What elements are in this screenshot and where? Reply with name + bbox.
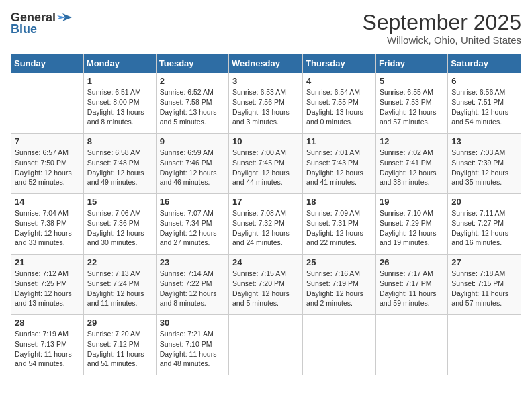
day-number: 26 [380, 257, 444, 267]
calendar-cell: 11 Sunrise: 7:01 AMSunset: 7:43 PMDaylig… [303, 134, 376, 194]
day-number: 22 [87, 257, 152, 267]
calendar-cell: 1 Sunrise: 6:51 AMSunset: 8:00 PMDayligh… [83, 73, 156, 134]
day-info: Sunrise: 7:11 AMSunset: 7:27 PMDaylight:… [451, 208, 517, 248]
day-info: Sunrise: 7:14 AMSunset: 7:22 PMDaylight:… [160, 269, 225, 308]
calendar-cell: 21 Sunrise: 7:12 AMSunset: 7:25 PMDaylig… [11, 255, 84, 315]
header-day-friday: Friday [375, 54, 447, 73]
month-title: September 2025 [362, 11, 521, 34]
day-info: Sunrise: 7:20 AMSunset: 7:12 PMDaylight:… [87, 329, 152, 369]
calendar-cell: 18 Sunrise: 7:09 AMSunset: 7:31 PMDaylig… [303, 194, 376, 255]
day-info: Sunrise: 6:58 AMSunset: 7:48 PMDaylight:… [87, 148, 152, 187]
calendar-cell [11, 73, 84, 134]
calendar-cell: 29 Sunrise: 7:20 AMSunset: 7:12 PMDaylig… [83, 315, 156, 375]
calendar-cell: 13 Sunrise: 7:03 AMSunset: 7:39 PMDaylig… [448, 134, 521, 194]
day-number: 28 [15, 318, 80, 328]
day-info: Sunrise: 7:18 AMSunset: 7:15 PMDaylight:… [451, 269, 517, 308]
day-info: Sunrise: 7:04 AMSunset: 7:38 PMDaylight:… [15, 208, 80, 248]
day-number: 13 [451, 136, 517, 146]
day-info: Sunrise: 7:13 AMSunset: 7:24 PMDaylight:… [87, 269, 152, 308]
day-info: Sunrise: 7:09 AMSunset: 7:31 PMDaylight:… [306, 208, 372, 248]
day-info: Sunrise: 7:19 AMSunset: 7:13 PMDaylight:… [15, 329, 80, 369]
day-number: 15 [87, 197, 152, 207]
day-number: 4 [306, 76, 372, 86]
header-day-tuesday: Tuesday [156, 54, 228, 73]
day-info: Sunrise: 7:06 AMSunset: 7:36 PMDaylight:… [87, 208, 152, 248]
calendar-cell: 4 Sunrise: 6:54 AMSunset: 7:55 PMDayligh… [303, 73, 376, 134]
day-info: Sunrise: 6:51 AMSunset: 8:00 PMDaylight:… [87, 87, 152, 127]
day-number: 6 [451, 76, 517, 86]
calendar-cell: 17 Sunrise: 7:08 AMSunset: 7:32 PMDaylig… [229, 194, 303, 255]
day-number: 10 [232, 136, 299, 146]
day-info: Sunrise: 7:07 AMSunset: 7:34 PMDaylight:… [160, 208, 225, 248]
calendar-cell: 16 Sunrise: 7:07 AMSunset: 7:34 PMDaylig… [156, 194, 228, 255]
week-row-3: 14 Sunrise: 7:04 AMSunset: 7:38 PMDaylig… [11, 194, 521, 255]
day-info: Sunrise: 7:03 AMSunset: 7:39 PMDaylight:… [451, 148, 517, 187]
day-number: 17 [232, 197, 299, 207]
day-number: 11 [306, 136, 372, 146]
calendar-cell: 15 Sunrise: 7:06 AMSunset: 7:36 PMDaylig… [83, 194, 156, 255]
calendar-cell: 5 Sunrise: 6:55 AMSunset: 7:53 PMDayligh… [375, 73, 447, 134]
day-number: 12 [380, 136, 444, 146]
calendar-cell: 30 Sunrise: 7:21 AMSunset: 7:10 PMDaylig… [156, 315, 228, 375]
calendar-cell: 22 Sunrise: 7:13 AMSunset: 7:24 PMDaylig… [83, 255, 156, 315]
day-info: Sunrise: 6:54 AMSunset: 7:55 PMDaylight:… [306, 87, 372, 127]
calendar-cell: 2 Sunrise: 6:52 AMSunset: 7:58 PMDayligh… [156, 73, 228, 134]
day-number: 23 [160, 257, 225, 267]
calendar-table: SundayMondayTuesdayWednesdayThursdayFrid… [11, 54, 521, 375]
header-row: SundayMondayTuesdayWednesdayThursdayFrid… [11, 54, 521, 73]
calendar-cell: 9 Sunrise: 6:59 AMSunset: 7:46 PMDayligh… [156, 134, 228, 194]
logo-blue: Blue [11, 22, 37, 36]
day-number: 1 [87, 76, 152, 86]
header-day-thursday: Thursday [303, 54, 376, 73]
day-info: Sunrise: 6:55 AMSunset: 7:53 PMDaylight:… [380, 87, 444, 127]
calendar-cell: 3 Sunrise: 6:53 AMSunset: 7:56 PMDayligh… [229, 73, 303, 134]
day-info: Sunrise: 7:16 AMSunset: 7:19 PMDaylight:… [306, 269, 372, 308]
day-info: Sunrise: 7:17 AMSunset: 7:17 PMDaylight:… [380, 269, 444, 308]
logo-bird-icon [57, 12, 72, 24]
calendar-cell: 24 Sunrise: 7:15 AMSunset: 7:20 PMDaylig… [229, 255, 303, 315]
calendar-cell: 14 Sunrise: 7:04 AMSunset: 7:38 PMDaylig… [11, 194, 84, 255]
calendar-cell [448, 315, 521, 375]
header-day-monday: Monday [83, 54, 156, 73]
calendar-cell [375, 315, 447, 375]
day-info: Sunrise: 7:12 AMSunset: 7:25 PMDaylight:… [15, 269, 80, 308]
day-number: 14 [15, 197, 80, 207]
week-row-1: 1 Sunrise: 6:51 AMSunset: 8:00 PMDayligh… [11, 73, 521, 134]
header-day-sunday: Sunday [11, 54, 84, 73]
location: Willowick, Ohio, United States [362, 34, 521, 46]
calendar-cell: 28 Sunrise: 7:19 AMSunset: 7:13 PMDaylig… [11, 315, 84, 375]
calendar-cell: 10 Sunrise: 7:00 AMSunset: 7:45 PMDaylig… [229, 134, 303, 194]
day-number: 7 [15, 136, 80, 146]
calendar-cell: 26 Sunrise: 7:17 AMSunset: 7:17 PMDaylig… [375, 255, 447, 315]
day-number: 30 [160, 318, 225, 328]
day-info: Sunrise: 6:59 AMSunset: 7:46 PMDaylight:… [160, 148, 225, 187]
day-number: 21 [15, 257, 80, 267]
calendar-cell: 8 Sunrise: 6:58 AMSunset: 7:48 PMDayligh… [83, 134, 156, 194]
day-number: 27 [451, 257, 517, 267]
day-number: 18 [306, 197, 372, 207]
calendar-cell: 20 Sunrise: 7:11 AMSunset: 7:27 PMDaylig… [448, 194, 521, 255]
day-info: Sunrise: 6:52 AMSunset: 7:58 PMDaylight:… [160, 87, 225, 127]
day-info: Sunrise: 6:56 AMSunset: 7:51 PMDaylight:… [451, 87, 517, 127]
day-number: 5 [380, 76, 444, 86]
day-number: 9 [160, 136, 225, 146]
header-day-saturday: Saturday [448, 54, 521, 73]
day-number: 29 [87, 318, 152, 328]
day-info: Sunrise: 7:10 AMSunset: 7:29 PMDaylight:… [380, 208, 444, 248]
day-info: Sunrise: 7:02 AMSunset: 7:41 PMDaylight:… [380, 148, 444, 187]
day-number: 19 [380, 197, 444, 207]
day-number: 2 [160, 76, 225, 86]
week-row-5: 28 Sunrise: 7:19 AMSunset: 7:13 PMDaylig… [11, 315, 521, 375]
calendar-cell: 27 Sunrise: 7:18 AMSunset: 7:15 PMDaylig… [448, 255, 521, 315]
calendar-cell: 23 Sunrise: 7:14 AMSunset: 7:22 PMDaylig… [156, 255, 228, 315]
page-header: General Blue September 2025 Willowick, O… [11, 11, 521, 46]
day-number: 16 [160, 197, 225, 207]
day-info: Sunrise: 7:21 AMSunset: 7:10 PMDaylight:… [160, 329, 225, 369]
day-number: 24 [232, 257, 299, 267]
calendar-cell: 12 Sunrise: 7:02 AMSunset: 7:41 PMDaylig… [375, 134, 447, 194]
title-block: September 2025 Willowick, Ohio, United S… [362, 11, 521, 46]
day-info: Sunrise: 7:00 AMSunset: 7:45 PMDaylight:… [232, 148, 299, 187]
calendar-cell: 25 Sunrise: 7:16 AMSunset: 7:19 PMDaylig… [303, 255, 376, 315]
day-info: Sunrise: 6:57 AMSunset: 7:50 PMDaylight:… [15, 148, 80, 187]
logo: General Blue [11, 11, 72, 36]
